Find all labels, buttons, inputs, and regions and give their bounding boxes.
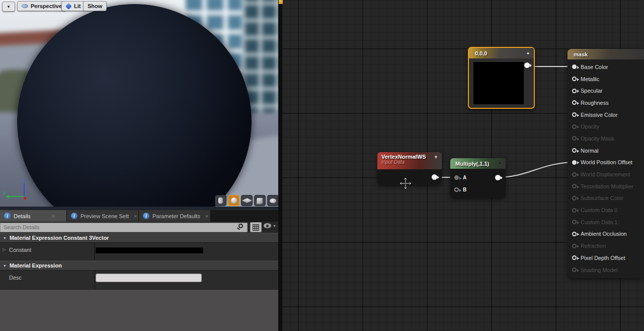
multiply-input-a-label: A <box>463 175 466 180</box>
shape-sphere-button[interactable] <box>228 195 239 206</box>
expander-icon[interactable]: ▷ <box>3 247 6 252</box>
close-icon[interactable]: × <box>52 213 55 219</box>
pin-opacity-mask[interactable]: Opacity Mask <box>568 133 644 145</box>
property-matrix-button[interactable] <box>250 222 262 232</box>
tab-parameter-defaults[interactable]: i Parameter Defaults × <box>139 210 211 222</box>
constant-property-row: ▷ Constant <box>0 243 278 260</box>
tab-details-label: Details <box>14 213 31 219</box>
plane-icon <box>242 198 252 203</box>
constant-color-swatch[interactable] <box>96 247 203 253</box>
pin-specular[interactable]: Specular <box>568 85 644 97</box>
collapse-down-icon[interactable]: ▼ <box>498 161 502 166</box>
shape-plane-button[interactable] <box>241 195 253 206</box>
search-input[interactable] <box>0 223 248 232</box>
collapse-icon: ▼ <box>3 264 7 268</box>
multiply-output-pin[interactable] <box>495 175 501 180</box>
view-options-button[interactable]: ▼ <box>264 223 276 228</box>
lit-label: Lit <box>74 3 80 9</box>
pin-icon <box>572 112 577 117</box>
pin-subsurface-color[interactable]: Subsurface Color <box>568 192 644 205</box>
lit-mode-button[interactable]: Lit <box>61 1 85 11</box>
show-button[interactable]: Show <box>83 1 107 11</box>
tab-preview-scene-settings[interactable]: i Preview Scene Sett × <box>67 210 139 222</box>
info-icon: i <box>143 213 149 219</box>
wire-multiply-to-wpo <box>498 162 576 177</box>
close-icon[interactable]: × <box>134 213 137 219</box>
pin-shading-model[interactable]: Shading Model <box>568 264 644 276</box>
preview-viewport[interactable]: ▼ Perspective Lit Show z y <box>0 0 278 210</box>
pin-pixel-depth-offset[interactable]: Pixel Depth Offset <box>568 252 644 264</box>
multiply-node-title: Multiply(,1.1) <box>455 161 489 167</box>
close-icon[interactable]: × <box>205 213 208 219</box>
mask-node-title: mask <box>574 51 588 57</box>
pin-icon <box>572 64 577 69</box>
tab-preview-label: Preview Scene Sett <box>80 213 129 219</box>
material-output-node[interactable]: mask Base Color Metallic Specular Roughn… <box>568 49 644 278</box>
panel-splitter[interactable] <box>278 0 282 331</box>
pin-icon <box>572 77 577 81</box>
pin-roughness[interactable]: Roughness <box>568 97 644 109</box>
pin-icon <box>572 172 577 177</box>
collapse-icon: ▼ <box>3 236 7 240</box>
cylinder-icon <box>218 197 223 204</box>
multiply-input-b-row: B <box>454 187 466 192</box>
multiply-input-a-row: A <box>454 175 466 180</box>
pin-normal[interactable]: Normal <box>568 145 644 157</box>
pin-base-color[interactable]: Base Color <box>568 61 644 73</box>
details-tab-bar: i Details × i Preview Scene Sett × i Par… <box>0 210 278 222</box>
pin-world-displacement[interactable]: World Displacement <box>568 168 644 180</box>
pin-icon <box>572 89 577 93</box>
pin-tessellation-multiplier[interactable]: Tessellation Multiplier <box>568 180 644 192</box>
material-graph-canvas[interactable]: 0,0,0 ▲ VertexNormalWS Input Data ▼ Mult… <box>282 0 644 331</box>
multiply-input-a-pin[interactable] <box>454 175 459 180</box>
pin-world-position-offset[interactable]: World Position Offset <box>568 157 644 169</box>
shape-teapot-button[interactable] <box>267 195 278 206</box>
pin-custom-data-1[interactable]: Custom Data 1 <box>568 216 644 228</box>
teapot-icon <box>270 198 276 203</box>
pin-icon <box>572 148 577 153</box>
pin-icon <box>572 268 577 272</box>
axis-x-dot <box>24 197 26 200</box>
constant-output-pin[interactable] <box>524 62 530 68</box>
details-empty-area <box>0 290 278 331</box>
pin-custom-data-0[interactable]: Custom Data 0 <box>568 204 644 216</box>
vertex-node-header[interactable]: VertexNormalWS Input Data <box>377 152 442 169</box>
multiply-input-b-pin[interactable] <box>454 187 459 192</box>
mask-node-header[interactable]: mask <box>568 49 644 59</box>
perspective-button[interactable]: Perspective <box>17 1 66 11</box>
pin-icon <box>572 196 577 201</box>
eye-icon <box>264 223 271 228</box>
desc-label: Desc <box>9 275 22 281</box>
section-material-expression[interactable]: ▼ Material Expression <box>0 260 278 270</box>
multiply-node[interactable]: Multiply(,1.1) ▼ A B <box>450 158 506 198</box>
collapse-up-icon[interactable]: ▲ <box>526 50 530 55</box>
section-material-expression-constant-3vector[interactable]: ▼ Material Expression Constant 3Vector <box>0 233 278 242</box>
vertex-node-subtitle: Input Data <box>381 159 438 165</box>
viewport-bottom-edge <box>0 207 278 210</box>
pin-opacity[interactable]: Opacity <box>568 120 644 133</box>
pin-icon <box>572 124 577 129</box>
cube-icon <box>257 198 263 204</box>
viewport-options-dropdown[interactable]: ▼ <box>2 2 15 12</box>
pin-icon <box>572 160 577 165</box>
tab-details[interactable]: i Details × <box>0 210 67 222</box>
desc-property-row: Desc <box>0 271 278 290</box>
details-search-row: ▼ <box>0 222 278 233</box>
info-icon: i <box>71 213 77 219</box>
desc-input[interactable] <box>96 274 202 282</box>
pin-metallic[interactable]: Metallic <box>568 73 644 85</box>
pin-emissive-color[interactable]: Emissive Color <box>568 109 644 121</box>
pin-ambient-occlusion[interactable]: Ambient Occlusion <box>568 228 644 240</box>
constant-label: Constant <box>9 247 31 253</box>
shape-cube-button[interactable] <box>254 195 266 206</box>
constant-node-preview <box>473 62 524 104</box>
constant-3vector-node[interactable]: 0,0,0 ▲ <box>468 47 535 109</box>
constant-node-header[interactable]: 0,0,0 <box>469 48 534 58</box>
pin-refraction[interactable]: Refraction <box>568 240 644 252</box>
shape-cylinder-button[interactable] <box>215 195 226 206</box>
pin-icon <box>572 232 577 236</box>
collapse-down-icon[interactable]: ▼ <box>434 155 438 160</box>
pin-icon <box>572 100 577 105</box>
vertex-output-pin[interactable] <box>432 174 437 180</box>
pin-icon <box>572 220 577 224</box>
